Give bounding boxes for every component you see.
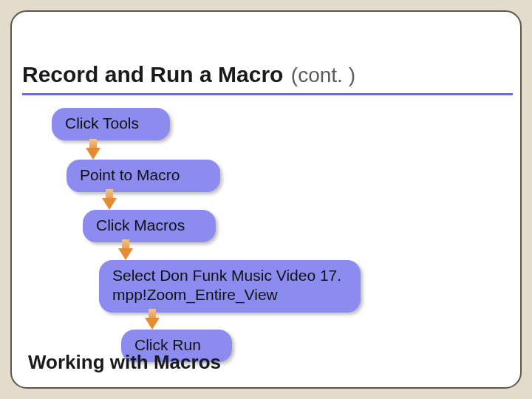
step-box: Select Don Funk Music Video 17. mpp!Zoom…: [99, 260, 361, 313]
slide-title: Record and Run a Macro (cont. ): [22, 62, 510, 87]
title-continued: (cont. ): [291, 64, 355, 86]
arrow-down-icon: [118, 239, 133, 262]
arrow-down-icon: [86, 139, 100, 161]
arrow-down-icon: [102, 189, 117, 211]
step-label: Click Tools: [65, 115, 139, 132]
step-box: Point to Macro: [66, 160, 220, 192]
step-label: Point to Macro: [80, 166, 180, 183]
title-underline: [22, 93, 513, 95]
step-label: Select Don Funk Music Video 17. mpp!Zoom…: [112, 267, 341, 303]
step-box: Click Tools: [52, 108, 170, 140]
footer-title: Working with Macros: [28, 351, 221, 374]
arrow-down-icon: [145, 309, 160, 331]
slide-card: Record and Run a Macro (cont. ) Click To…: [10, 10, 522, 389]
title-main: Record and Run a Macro: [22, 62, 283, 86]
step-box: Click Macros: [83, 210, 216, 242]
step-label: Click Macros: [96, 216, 185, 233]
